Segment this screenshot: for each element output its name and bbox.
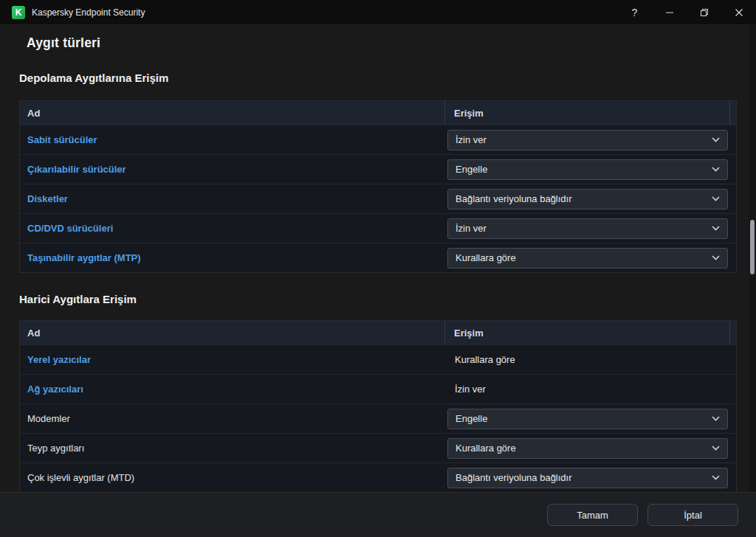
footer-bar: Tamam İptal [0,492,756,537]
device-name-multifunctional-mtd: Çok işlevli aygıtlar (MTD) [27,472,134,483]
table-row: Yerel yazıcılar Kurallara göre [20,344,736,374]
minimize-button[interactable] [652,0,687,24]
table-row: Disketler Bağlantı veriyoluna bağlıdır [20,184,736,213]
access-select[interactable]: İzin ver [447,218,728,239]
access-select[interactable]: Kurallara göre [447,248,728,268]
minimize-icon [665,8,674,17]
table-row: Çok işlevli aygıtlar (MTD) Bağlantı veri… [20,462,736,492]
ok-button[interactable]: Tamam [547,504,638,526]
column-header-access: Erişim [444,101,729,125]
device-link-hard-drives[interactable]: Sabit sürücüler [27,134,97,145]
access-select[interactable]: İzin ver [447,130,728,150]
access-select[interactable]: Kurallara göre [447,438,728,459]
device-name-modems: Modemler [27,413,70,424]
chevron-down-icon [712,196,720,201]
device-link-local-printers[interactable]: Yerel yazıcılar [27,354,91,365]
table-row: Taşınabilir aygıtlar (MTP) Kurallara gör… [20,243,736,272]
table-header: Ad Erişim [20,101,736,125]
access-select[interactable]: Engelle [447,159,728,180]
close-button[interactable] [721,0,756,24]
section-heading-external: Harici Aygıtlara Erişim [19,292,737,307]
access-value: İzin ver [444,384,486,395]
close-icon [735,8,743,17]
chevron-down-icon [712,226,720,231]
kaspersky-logo-icon: K [12,6,25,19]
restore-icon [700,8,709,17]
scrollbar-thumb[interactable] [750,220,755,274]
cancel-button[interactable]: İptal [647,504,738,526]
access-select[interactable]: Bağlantı veriyoluna bağlıdır [447,189,728,209]
column-header-name: Ad [20,321,444,344]
table-row: Teyp aygıtları Kurallara göre [20,433,736,462]
table-header-gutter [729,101,736,125]
storage-devices-table: Ad Erişim Sabit sürücüler İzin ver Çıkar… [19,100,737,273]
device-link-floppy-disks[interactable]: Disketler [27,193,68,204]
access-select[interactable]: Engelle [447,409,728,429]
chevron-down-icon [712,475,720,480]
app-title: Kaspersky Endpoint Security [32,7,145,18]
column-header-access: Erişim [444,321,729,344]
select-value: Bağlantı veriyoluna bağlıdır [456,193,572,204]
section-heading-storage: Depolama Aygıtlarına Erişim [19,71,737,86]
device-link-cd-dvd[interactable]: CD/DVD sürücüleri [27,223,113,234]
chevron-down-icon [712,446,720,451]
column-header-name: Ad [20,101,444,125]
chevron-down-icon [712,137,720,142]
select-value: İzin ver [456,134,487,145]
external-devices-table: Ad Erişim Yerel yazıcılar Kurallara göre… [19,320,737,492]
table-row: CD/DVD sürücüleri İzin ver [20,213,736,243]
chevron-down-icon [712,255,720,260]
device-link-portable-mtp[interactable]: Taşınabilir aygıtlar (MTP) [27,252,141,263]
device-name-tape-devices: Teyp aygıtları [27,443,84,454]
table-header: Ad Erişim [20,321,736,344]
chevron-down-icon [712,416,720,421]
select-value: Engelle [456,164,487,175]
select-value: Kurallara göre [456,443,516,454]
page-title: Aygıt türleri [27,34,737,52]
maximize-button[interactable] [687,0,721,24]
table-row: Modemler Engelle [20,403,736,433]
content-area: Aygıt türleri Depolama Aygıtlarına Erişi… [0,24,756,492]
help-button[interactable]: ? [617,0,652,24]
select-value: Bağlantı veriyoluna bağlıdır [456,472,572,483]
access-value: Kurallara göre [444,354,515,365]
table-row: Çıkarılabilir sürücüler Engelle [20,154,736,184]
table-header-gutter [729,321,736,344]
select-value: Engelle [456,413,487,424]
scrollbar-track[interactable] [749,24,756,492]
select-value: İzin ver [456,223,487,234]
select-value: Kurallara göre [456,252,516,263]
table-row: Ağ yazıcıları İzin ver [20,374,736,403]
chevron-down-icon [712,167,720,172]
title-bar: K Kaspersky Endpoint Security ? [0,0,756,24]
table-row: Sabit sürücüler İzin ver [20,125,736,154]
device-link-network-printers[interactable]: Ağ yazıcıları [27,384,83,395]
access-select[interactable]: Bağlantı veriyoluna bağlıdır [447,468,728,488]
device-link-removable-drives[interactable]: Çıkarılabilir sürücüler [27,164,126,175]
